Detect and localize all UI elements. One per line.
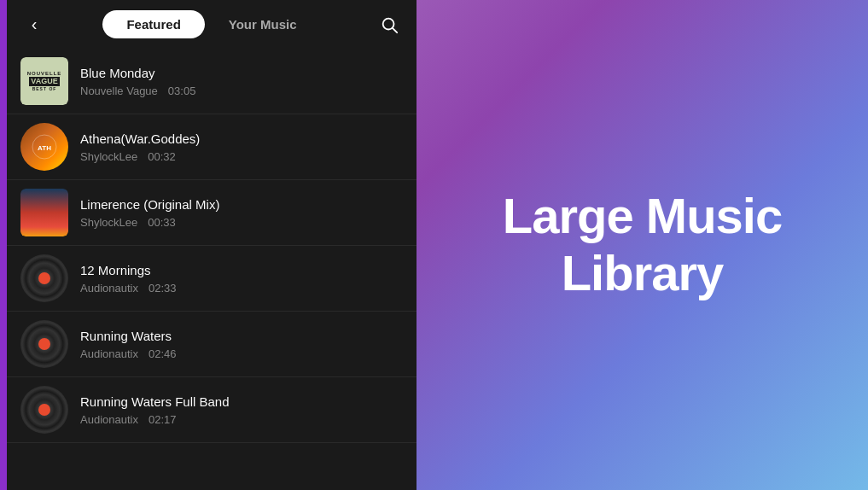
headline-line2: Library <box>562 245 724 300</box>
track-item[interactable]: Limerence (Original Mix) ShylockLee 00:3… <box>7 180 417 246</box>
track-artist: ShylockLee <box>80 216 137 229</box>
track-thumbnail <box>20 189 68 236</box>
search-icon <box>380 15 399 34</box>
track-item[interactable]: NOUVELLE VAGUE BEST OF Blue Monday Nouve… <box>7 49 417 114</box>
track-thumbnail <box>20 386 68 434</box>
svg-text:ATH: ATH <box>38 144 51 152</box>
app-panel: ‹ Featured Your Music NOUVELLE VAGUE BES… <box>7 0 417 490</box>
track-title: Running Waters Full Band <box>80 394 403 409</box>
track-list: NOUVELLE VAGUE BEST OF Blue Monday Nouve… <box>7 49 417 490</box>
album-art-limerence <box>20 189 68 236</box>
track-duration: 02:46 <box>149 347 177 360</box>
album-art-athena: ATH <box>20 123 68 171</box>
track-meta: ShylockLee 00:33 <box>80 216 403 229</box>
track-info: Running Waters Full Band Audionautix 02:… <box>80 394 403 426</box>
album-art-vinyl <box>20 320 68 368</box>
track-item[interactable]: Running Waters Audionautix 02:46 <box>7 312 417 377</box>
tab-featured[interactable]: Featured <box>102 10 204 38</box>
search-button[interactable] <box>376 11 403 38</box>
album-art-vinyl <box>20 254 68 302</box>
track-thumbnail <box>20 254 68 302</box>
tab-group: Featured Your Music <box>102 10 320 38</box>
track-meta: Audionautix 02:17 <box>80 413 403 426</box>
left-accent-bar <box>0 0 7 490</box>
track-artist: Audionautix <box>80 282 138 295</box>
album-art-vinyl <box>20 386 68 434</box>
track-thumbnail: ATH <box>20 123 68 171</box>
track-meta: Nouvelle Vague 03:05 <box>80 85 403 97</box>
track-duration: 02:17 <box>149 413 177 426</box>
track-duration: 02:33 <box>149 282 177 295</box>
headline-line1: Large Music <box>503 188 782 243</box>
track-title: Athena(War.Goddes) <box>80 131 403 146</box>
back-button[interactable]: ‹ <box>20 11 48 38</box>
track-info: Blue Monday Nouvelle Vague 03:05 <box>80 66 403 97</box>
track-title: Running Waters <box>80 329 403 343</box>
tab-your-music[interactable]: Your Music <box>205 10 321 38</box>
album-art-nv: NOUVELLE VAGUE BEST OF <box>20 57 68 105</box>
track-duration: 00:32 <box>148 150 176 163</box>
track-artist: Nouvelle Vague <box>80 85 158 97</box>
svg-line-1 <box>393 28 397 32</box>
track-meta: ShylockLee 00:32 <box>80 150 403 163</box>
track-duration: 03:05 <box>168 85 196 97</box>
marketing-headline: Large Music Library <box>503 188 782 301</box>
track-duration: 00:33 <box>148 216 176 229</box>
track-item[interactable]: 12 Mornings Audionautix 02:33 <box>7 246 417 312</box>
track-item[interactable]: Running Waters Full Band Audionautix 02:… <box>7 377 417 443</box>
track-thumbnail: NOUVELLE VAGUE BEST OF <box>20 57 68 105</box>
track-artist: Audionautix <box>80 413 138 426</box>
track-meta: Audionautix 02:46 <box>80 347 403 360</box>
track-meta: Audionautix 02:33 <box>80 282 403 295</box>
track-info: Running Waters Audionautix 02:46 <box>80 329 403 360</box>
track-info: Limerence (Original Mix) ShylockLee 00:3… <box>80 197 403 229</box>
track-thumbnail <box>20 320 68 368</box>
track-info: 12 Mornings Audionautix 02:33 <box>80 263 403 295</box>
top-bar: ‹ Featured Your Music <box>7 0 417 49</box>
track-title: 12 Mornings <box>80 263 403 277</box>
track-artist: ShylockLee <box>80 150 137 163</box>
track-artist: Audionautix <box>80 347 138 360</box>
track-title: Limerence (Original Mix) <box>80 197 403 212</box>
marketing-panel: Large Music Library <box>417 0 868 490</box>
track-title: Blue Monday <box>80 66 403 80</box>
track-item[interactable]: ATH Athena(War.Goddes) ShylockLee 00:32 <box>7 114 417 180</box>
track-info: Athena(War.Goddes) ShylockLee 00:32 <box>80 131 403 163</box>
